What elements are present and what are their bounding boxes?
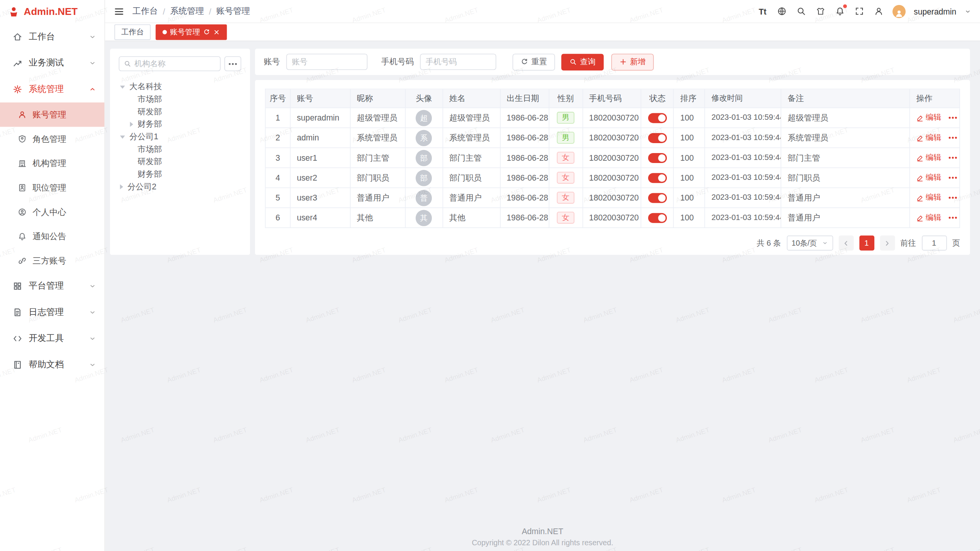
tree-node[interactable]: 大名科技 bbox=[119, 81, 241, 93]
prev-page-button[interactable] bbox=[838, 236, 853, 251]
caret-right-icon[interactable] bbox=[130, 122, 133, 127]
phone-cell: 18020030720 bbox=[583, 148, 642, 168]
status-cell bbox=[642, 108, 674, 128]
more-actions-button[interactable] bbox=[949, 157, 956, 158]
sidebar-item-help-docs[interactable]: 帮助文档 bbox=[0, 352, 105, 378]
edit-icon bbox=[916, 174, 924, 182]
sidebar-item-label: 通知公告 bbox=[33, 231, 66, 242]
sidebar-item-account-management[interactable]: 账号管理 bbox=[0, 103, 105, 127]
tab-refresh-icon[interactable] bbox=[203, 28, 210, 35]
edit-button[interactable]: 编辑 bbox=[916, 208, 941, 228]
tree-node[interactable]: 分公司2 bbox=[119, 181, 241, 193]
phone-input[interactable] bbox=[420, 54, 496, 70]
sidebar-item-label: 日志管理 bbox=[29, 307, 64, 318]
status-toggle[interactable] bbox=[648, 113, 667, 123]
sidebar-item-business-test[interactable]: 业务测试 bbox=[0, 50, 105, 77]
goto-page-input[interactable] bbox=[921, 236, 946, 251]
sidebar-item-workbench[interactable]: 工作台 bbox=[0, 24, 105, 50]
sidebar-item-role-management[interactable]: 角色管理 bbox=[0, 127, 105, 151]
sidebar-item-personal-center[interactable]: 个人中心 bbox=[0, 200, 105, 224]
sidebar-item-platform-management[interactable]: 平台管理 bbox=[0, 273, 105, 299]
tab-account-management[interactable]: 账号管理 bbox=[156, 24, 227, 40]
org-search-input[interactable] bbox=[134, 59, 216, 68]
more-actions-button[interactable] bbox=[949, 217, 956, 218]
row-index: 5 bbox=[266, 188, 291, 208]
app-logo[interactable]: Admin.NET bbox=[0, 0, 105, 24]
gender-badge: 女 bbox=[557, 172, 575, 184]
tree-node[interactable]: 研发部 bbox=[119, 156, 241, 168]
tree-node[interactable]: 市场部 bbox=[119, 93, 241, 106]
hamburger-menu-icon[interactable] bbox=[114, 6, 124, 17]
page-number-button[interactable]: 1 bbox=[859, 236, 874, 251]
status-toggle[interactable] bbox=[648, 213, 667, 223]
chevron-down-icon[interactable] bbox=[964, 8, 971, 15]
search-button[interactable]: 查询 bbox=[561, 54, 604, 70]
edit-button[interactable]: 编辑 bbox=[916, 108, 941, 127]
notification-bell-icon[interactable] bbox=[835, 6, 846, 17]
caret-down-icon[interactable] bbox=[120, 85, 125, 88]
breadcrumb-item[interactable]: 工作台 bbox=[132, 6, 158, 17]
reset-button[interactable]: 重置 bbox=[513, 54, 555, 70]
user-settings-icon[interactable] bbox=[873, 6, 884, 17]
more-actions-button[interactable] bbox=[949, 137, 956, 139]
birthdate-cell: 1986-06-28 bbox=[500, 188, 549, 208]
app-screen: Admin.NET 工作台 业务测试 系统管理 账号管理 bbox=[0, 0, 980, 551]
add-button[interactable]: 新增 bbox=[611, 54, 654, 70]
status-toggle[interactable] bbox=[648, 153, 667, 163]
org-tree: 大名科技 市场部 研发部 财务部 分公司1 市场部 研发部 财务部 分公司2 bbox=[119, 81, 241, 193]
font-size-icon-label: Tt bbox=[759, 7, 766, 16]
sidebar-item-label: 角色管理 bbox=[33, 134, 66, 145]
status-toggle[interactable] bbox=[648, 133, 667, 143]
edit-button[interactable]: 编辑 bbox=[916, 148, 941, 168]
status-toggle[interactable] bbox=[648, 193, 667, 203]
actions-cell: 编辑 bbox=[910, 108, 960, 128]
sidebar-item-dev-tools[interactable]: 开发工具 bbox=[0, 326, 105, 352]
theme-icon[interactable] bbox=[815, 6, 826, 17]
sidebar-item-position-management[interactable]: 职位管理 bbox=[0, 176, 105, 200]
sidebar-item-organization-management[interactable]: 机构管理 bbox=[0, 151, 105, 176]
more-actions-button[interactable] bbox=[949, 117, 956, 119]
font-size-icon[interactable]: Tt bbox=[757, 6, 768, 17]
next-page-button[interactable] bbox=[880, 236, 895, 251]
page-size-select[interactable]: 10条/页 bbox=[787, 236, 833, 251]
chevron-down-icon bbox=[89, 282, 96, 290]
tree-node[interactable]: 分公司1 bbox=[119, 130, 241, 143]
tree-node[interactable]: 财务部 bbox=[119, 118, 241, 131]
more-actions-button[interactable] bbox=[949, 177, 956, 178]
topbar-tools: Tt superadmin bbox=[757, 5, 971, 18]
account-input[interactable] bbox=[286, 54, 368, 70]
tree-node[interactable]: 市场部 bbox=[119, 143, 241, 156]
main-area: 工作台 / 系统管理 / 账号管理 Tt superadmin 工 bbox=[105, 0, 980, 551]
caret-down-icon[interactable] bbox=[120, 135, 125, 138]
more-actions-button[interactable] bbox=[949, 197, 956, 199]
avatar[interactable] bbox=[893, 5, 906, 18]
username-label[interactable]: superadmin bbox=[914, 7, 956, 16]
edit-button[interactable]: 编辑 bbox=[916, 188, 941, 207]
tree-node-label: 研发部 bbox=[137, 106, 162, 117]
tree-node[interactable]: 财务部 bbox=[119, 168, 241, 181]
edit-button[interactable]: 编辑 bbox=[916, 128, 941, 148]
fullscreen-icon[interactable] bbox=[854, 6, 865, 17]
breadcrumb-item[interactable]: 系统管理 bbox=[170, 6, 204, 17]
caret-right-icon[interactable] bbox=[120, 184, 123, 189]
tree-more-options-button[interactable] bbox=[224, 56, 241, 71]
sidebar-item-system-management[interactable]: 系统管理 bbox=[0, 76, 105, 103]
edit-button[interactable]: 编辑 bbox=[916, 168, 941, 187]
sidebar: Admin.NET 工作台 业务测试 系统管理 账号管理 bbox=[0, 0, 105, 551]
table-row: 6 user4 其他 其 其他 1986-06-28 女 18020030720… bbox=[266, 208, 960, 228]
column-header: 头像 bbox=[405, 89, 443, 108]
status-toggle[interactable] bbox=[648, 173, 667, 183]
nickname-cell: 超级管理员 bbox=[351, 108, 406, 128]
sidebar-item-notice-announcement[interactable]: 通知公告 bbox=[0, 224, 105, 249]
tab-workbench[interactable]: 工作台 bbox=[114, 24, 151, 40]
account-cell: superadmin bbox=[291, 108, 351, 128]
tab-label: 账号管理 bbox=[170, 26, 200, 37]
sidebar-item-third-party-account[interactable]: 三方账号 bbox=[0, 249, 105, 273]
tree-node[interactable]: 研发部 bbox=[119, 106, 241, 118]
sidebar-item-label: 平台管理 bbox=[29, 280, 64, 292]
tab-close-icon[interactable] bbox=[213, 28, 220, 35]
search-icon[interactable] bbox=[795, 6, 807, 17]
sidebar-item-log-management[interactable]: 日志管理 bbox=[0, 299, 105, 326]
language-icon[interactable] bbox=[776, 6, 787, 17]
sidebar-item-label: 业务测试 bbox=[29, 57, 64, 68]
